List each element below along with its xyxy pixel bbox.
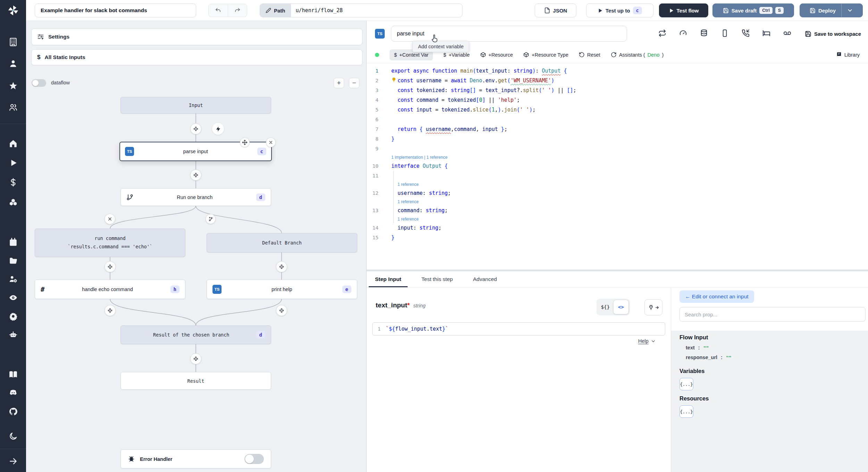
help-link[interactable]: Help [638,338,656,344]
flow-node-error-handler[interactable]: Error Handler [120,449,271,469]
codelens[interactable]: 1 implementation | 1 reference [367,154,868,161]
insert-step-button[interactable] [190,123,201,134]
assistants-button[interactable]: Assistants (Deno) [611,52,663,58]
tab-test-this-step[interactable]: Test this step [422,271,453,287]
resources-object-button[interactable]: {...} [679,405,693,418]
book-icon[interactable] [8,370,18,379]
code-line[interactable]: 11 [367,171,868,181]
reset-button[interactable]: Reset [579,52,600,58]
add-variable-button[interactable]: $ +Variable [443,52,470,58]
bot-icon[interactable] [8,330,18,339]
error-handler-toggle[interactable] [244,454,264,464]
settings-icon[interactable] [8,312,18,321]
discord-icon[interactable] [8,388,18,397]
delete-node-button[interactable] [266,138,276,147]
codelens[interactable]: 1 reference [367,181,868,188]
code-line[interactable]: 13 command: string; [367,206,868,215]
codelens[interactable]: 1 reference [367,198,868,206]
move-node-button[interactable] [240,138,250,147]
star-icon[interactable] [8,81,18,90]
dollar-icon[interactable] [8,177,18,187]
undo-button[interactable] [209,4,228,17]
code-line[interactable]: 9 [367,144,868,154]
code-line[interactable]: 14 input: string; [367,223,868,233]
add-resource-type-button[interactable]: +Resource Type [523,52,568,58]
calendar-icon[interactable] [8,237,18,247]
phone-incoming-icon[interactable] [742,29,750,39]
insert-step-button[interactable] [276,305,287,316]
insert-step-button[interactable] [105,305,116,316]
lightbulb-icon[interactable] [391,76,398,85]
boxes-icon[interactable] [8,198,18,207]
tab-step-input[interactable]: Step Input [375,271,401,287]
code-line[interactable]: 4 const command = tokenized[0] || 'help'… [367,95,868,105]
flow-node-handle-echo-command[interactable]: # handle echo command h [35,280,185,299]
bed-icon[interactable] [762,29,770,39]
connect-input-button[interactable] [644,299,662,315]
eye-icon[interactable] [8,293,18,302]
code-line[interactable]: 15} [367,233,868,242]
prop-response_url[interactable]: response_url:"" [679,353,868,362]
folder-icon[interactable] [8,256,18,265]
users-icon[interactable] [8,102,18,112]
code-editor[interactable]: 1export async function main(text_input: … [367,63,868,270]
save-to-workspace-button[interactable]: Save to workspace [805,31,861,37]
json-button[interactable]: JSON [535,3,576,17]
flow-node-default-branch[interactable]: Default Branch [207,233,357,252]
building-icon[interactable] [8,37,18,47]
search-prop-input[interactable] [679,307,866,322]
expression-input[interactable]: 1 `${flow_input.text}` [372,322,665,336]
library-button[interactable]: Library [836,52,860,58]
redo-button[interactable] [228,4,247,17]
codelens[interactable]: 1 reference [367,215,868,223]
flow-node-branch-condition[interactable]: run command `results.c.command === 'echo… [35,229,185,257]
code-line[interactable]: 6 [367,115,868,124]
code-line[interactable]: 8} [367,134,868,144]
flow-node-run-one-branch[interactable]: Run one branch d [120,188,271,206]
code-line[interactable]: 7 return { username,command, input }; [367,124,868,134]
play-icon[interactable] [8,158,18,167]
user-cog-icon[interactable] [8,274,18,283]
flow-node-result[interactable]: Result [120,372,271,390]
insert-step-button[interactable] [190,169,201,181]
remove-branch-button[interactable] [105,214,115,224]
edit-path-button[interactable]: Path [260,4,291,17]
user-icon[interactable] [8,59,18,68]
insert-step-button[interactable] [190,353,201,364]
flow-title-input[interactable] [35,3,196,17]
database-icon[interactable] [700,29,708,39]
voicemail-icon[interactable] [783,29,791,39]
code-line[interactable]: 1export async function main(text_input: … [367,66,868,76]
insert-step-button[interactable] [105,261,116,272]
prop-text[interactable]: text:"" [679,343,868,353]
save-draft-button[interactable]: Save draft Ctrl S [712,3,794,17]
smartphone-icon[interactable] [721,29,729,39]
arrow-right-icon[interactable] [8,456,18,466]
path-value[interactable]: u/henri/flow_28 [291,4,348,17]
code-line[interactable]: 12 username: string; [367,188,868,198]
test-flow-button[interactable]: Test flow [659,3,708,17]
github-icon[interactable] [8,407,18,416]
add-resource-button[interactable]: +Resource [480,52,513,58]
code-line[interactable]: 10interface Output { [367,161,868,171]
code-line[interactable]: 2const username = await Deno.env.get('WM… [367,76,868,85]
trigger-bolt-button[interactable] [212,123,224,135]
deploy-button[interactable]: Deploy [804,8,841,14]
template-mode-button[interactable]: ${} [598,300,613,314]
moon-icon[interactable] [8,431,18,441]
code-mode-button[interactable]: <> [613,300,629,314]
deploy-more-button[interactable] [842,7,858,14]
tab-advanced[interactable]: Advanced [473,271,497,287]
flow-node-branch-result[interactable]: Result of the chosen branch d [120,325,271,344]
code-line[interactable]: 3 const tokenized: string[] = text_input… [367,85,868,95]
gauge-icon[interactable] [679,29,687,39]
code-line[interactable]: 5 const input = tokenized.slice(1,).join… [367,105,868,115]
flow-node-print-help[interactable]: TS print help e [207,280,357,299]
step-name-input[interactable] [391,26,627,42]
repeat-icon[interactable] [658,29,666,39]
windmill-logo-icon[interactable] [0,0,26,21]
add-branch-button[interactable] [206,214,216,224]
insert-step-button[interactable] [276,261,287,272]
test-up-to-button[interactable]: Test up to c [586,3,653,17]
variables-object-button[interactable]: {...} [679,378,693,390]
